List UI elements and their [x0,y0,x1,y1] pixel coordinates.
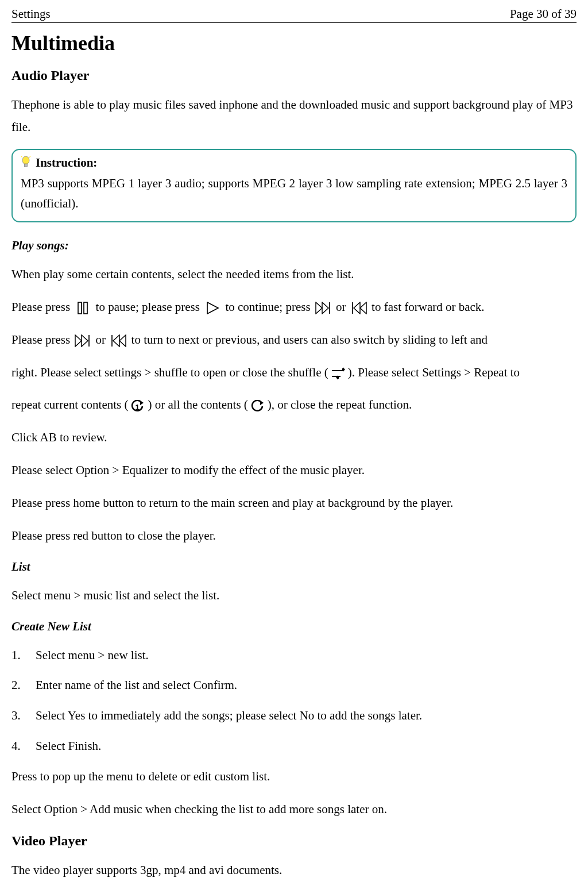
play-controls-line2: Please press or to turn to next or previ… [11,329,577,351]
step-2: Enter name of the list and select Confir… [11,674,577,696]
svg-marker-9 [354,302,360,314]
svg-marker-15 [113,335,119,347]
step-4: Select Finish. [11,735,577,757]
svg-marker-6 [322,302,328,314]
play-icon [204,301,221,315]
play-repeat-line: repeat current contents ( 1 ) or all the… [11,394,577,416]
svg-marker-16 [119,335,126,347]
equalizer-text: Please select Option > Equalizer to modi… [11,459,577,482]
repeat-all-icon [249,399,266,413]
popup-menu-text: Press to pop up the menu to delete or ed… [11,765,577,788]
previous-track-icon [110,334,127,348]
video-player-text: The video player supports 3gp, mp4 and a… [11,859,577,882]
shuffle-icon [330,367,347,380]
home-button-text: Please press home button to return to th… [11,492,577,514]
lightbulb-icon [21,156,31,170]
page-title: Multimedia [11,31,577,55]
header-left: Settings [11,7,51,21]
callout-label: Instruction: [36,156,97,170]
svg-marker-4 [207,302,218,314]
step-3: Select Yes to immediately add the songs;… [11,705,577,727]
ab-review: Click AB to review. [11,426,577,449]
play-songs-heading: Play songs: [11,238,577,253]
svg-marker-19 [140,401,144,405]
red-button-text: Please press red button to close the pla… [11,525,577,547]
video-player-heading: Video Player [11,833,577,849]
step-1: Select menu > new list. [11,644,577,667]
svg-rect-1 [25,164,28,167]
svg-marker-17 [343,367,345,372]
next-track-icon [74,334,91,348]
create-list-steps: Select menu > new list. Enter name of th… [11,644,577,757]
svg-point-0 [22,156,29,164]
callout-header: Instruction: [21,156,567,170]
rewind-icon [350,301,368,315]
audio-player-heading: Audio Player [11,68,577,83]
repeat-one-icon: 1 [129,399,146,413]
list-text: Select menu > music list and select the … [11,584,577,607]
add-more-songs-text: Select Option > Add music when checking … [11,798,577,821]
svg-marker-5 [316,302,322,314]
page-header: Settings Page 30 of 39 [11,7,577,23]
svg-marker-11 [75,335,82,347]
header-right: Page 30 of 39 [510,7,577,21]
pause-icon [74,301,91,315]
svg-marker-12 [82,335,88,347]
svg-rect-3 [84,302,87,314]
svg-rect-2 [78,302,82,314]
svg-text:1: 1 [136,403,140,411]
play-controls-line1: Please press to pause; please press to c… [11,296,577,318]
list-heading: List [11,560,577,574]
instruction-callout: Instruction: MP3 supports MPEG 1 layer 3… [11,149,577,222]
svg-marker-10 [360,302,366,314]
callout-body: MP3 supports MPEG 1 layer 3 audio; suppo… [21,174,567,214]
svg-marker-21 [260,401,264,405]
play-shuffle-line: right. Please select settings > shuffle … [11,361,577,384]
fast-forward-icon [315,301,332,315]
create-list-heading: Create New List [11,619,577,634]
play-line1: When play some certain contents, select … [11,263,577,286]
audio-intro: Thephone is able to play music files sav… [11,94,577,138]
